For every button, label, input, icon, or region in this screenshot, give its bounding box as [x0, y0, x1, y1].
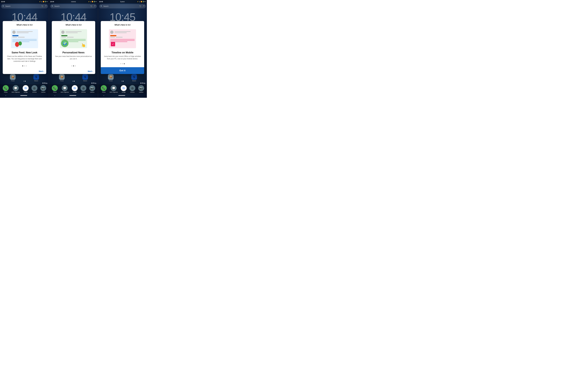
- checkbox-icon: ✓: [111, 42, 115, 46]
- dock-icon-chrome-2: ◎: [80, 85, 86, 91]
- signal-icon-3: 📶: [141, 1, 142, 2]
- next-button-2[interactable]: Next ›: [88, 70, 93, 72]
- search-icon-2: 🔍: [52, 5, 54, 7]
- avatar-3: [110, 30, 114, 34]
- globe-icon: 🌍: [61, 40, 68, 47]
- dock-item-camera-3[interactable]: 📷 Camera: [138, 85, 144, 93]
- mic-icon-2[interactable]: 🎤: [93, 5, 95, 7]
- dock-3: 📞 Phone 💬 SMS Organizer G Google ◎ Chrom…: [98, 84, 147, 94]
- dots-row-1: [22, 65, 27, 66]
- dialog-2: What's New in 5.0: [52, 21, 95, 74]
- dock-item-chrome-3[interactable]: ◎ Chrome: [129, 85, 135, 93]
- dialog-title-3: What's New in 5.0: [115, 24, 131, 26]
- dot-3-2: [122, 63, 123, 64]
- chevron-right-icon-2: ›: [92, 70, 93, 72]
- dock-item-sms-3[interactable]: 💬 SMS Organizer: [110, 85, 118, 93]
- dock-item-phone-3[interactable]: 📞 Phone: [101, 85, 107, 93]
- search-placeholder-2: Search: [54, 5, 60, 7]
- wifi-icon-2: ▲: [90, 1, 91, 2]
- back-btn-3[interactable]: ‹: [103, 94, 104, 97]
- status-bar-2: 10:44 inshorts ⚡ ▲ 📶 🔋4%: [49, 0, 98, 3]
- bottom-area-1: Bing 📞 Phone 💬 SMS Organizer G Google ◎ …: [0, 80, 49, 98]
- accent-bar-1: [12, 35, 18, 36]
- camera-search-icon-3[interactable]: 📷: [139, 5, 141, 7]
- dock-item-chrome-1[interactable]: ◎ Chrome: [31, 85, 37, 93]
- illustration-2: 🌍 👆: [55, 28, 92, 50]
- bing-bar-2: Bing: [49, 82, 98, 84]
- status-time-1: 10:44: [1, 1, 5, 2]
- dock-item-chrome-2[interactable]: ◎ Chrome: [80, 85, 86, 93]
- search-placeholder-1: Search: [5, 5, 10, 7]
- dock-item-phone-2[interactable]: 📞 Phone: [52, 85, 58, 93]
- bottom-area-2: Bing 📞 Phone 💬 SMS Organizer G Google ◎ …: [49, 80, 98, 98]
- dots-row-3: [120, 63, 125, 64]
- accent-bar-3: [110, 35, 116, 36]
- dialog-title-2: What's New in 5.0: [65, 24, 81, 26]
- dock-icon-camera-3: 📷: [138, 85, 144, 91]
- dock-icon-sms-1: 💬: [13, 85, 19, 91]
- dialog-body-3: Jump back into your recent Office or Edg…: [103, 55, 141, 62]
- search-bar-1[interactable]: 🔍 Search 📷 🎤: [1, 4, 48, 8]
- dock-icon-phone-3: 📞: [101, 85, 107, 91]
- dock-icon-phone-2: 📞: [52, 85, 58, 91]
- balloon-green: [18, 41, 22, 45]
- dock-item-sms-2[interactable]: 💬 SMS Organizer: [61, 85, 69, 93]
- bing-bar-3: Bing: [98, 82, 147, 84]
- home-btn-2[interactable]: [69, 95, 76, 96]
- bluetooth-icon-2: ⚡: [88, 1, 90, 2]
- dock-2: 📞 Phone 💬 SMS Organizer G Google ◎ Chrom…: [49, 84, 98, 94]
- phone-panel-1: 10:44 ⚡ ▲ 📶 🔋4% 🔍 Search 📷 🎤 10:44 🎵 Mus…: [0, 0, 49, 98]
- status-time-2: 10:44: [50, 1, 54, 2]
- dialog-body-2: See your news feed become more personali…: [55, 55, 92, 64]
- dialog-body-1: Check out the addition of the News and T…: [5, 55, 44, 64]
- camera-search-icon[interactable]: 📷: [41, 5, 43, 7]
- dot-1-2: [24, 65, 25, 66]
- dock-icon-chrome-3: ◎: [129, 85, 135, 91]
- dock-item-phone-1[interactable]: 📞 Phone: [3, 85, 9, 93]
- card-mockup-1: [11, 29, 38, 48]
- dock-item-google-2[interactable]: G Google: [72, 85, 78, 93]
- got-it-button[interactable]: Got it: [101, 67, 144, 74]
- dialog-content-3: What's New in 5.0: [101, 21, 144, 67]
- status-icons-2: ⚡ ▲ 📶 🔋4%: [88, 1, 97, 2]
- next-button-1[interactable]: Next ›: [39, 70, 44, 72]
- dialog-3: What's New in 5.0: [101, 21, 144, 74]
- dot-2-3: [75, 65, 76, 66]
- wifi-icon-3: ▲: [139, 1, 140, 2]
- search-bar-3[interactable]: 🔍 Search 📷 🎤: [99, 4, 146, 8]
- search-placeholder-3: Search: [103, 5, 109, 7]
- search-bar-2[interactable]: 🔍 Search 📷 🎤: [50, 4, 97, 8]
- battery-icon-3: 🔋4%: [142, 1, 146, 2]
- illustration-1: [5, 28, 44, 50]
- dock-icon-phone-1: 📞: [3, 85, 9, 91]
- mic-icon[interactable]: 🎤: [45, 5, 47, 7]
- illustration-3: ✓: [103, 28, 141, 50]
- card-mockup-3: ✓: [109, 29, 136, 48]
- home-btn-1[interactable]: [20, 95, 27, 96]
- back-btn-1[interactable]: ‹: [5, 94, 6, 97]
- battery-icon: 🔋4%: [45, 1, 48, 2]
- chevron-right-icon-1: ›: [43, 70, 44, 72]
- dialog-heading-1: Same Feed. New Look: [11, 51, 37, 54]
- back-btn-2[interactable]: ‹: [55, 94, 55, 97]
- mic-icon-3[interactable]: 🎤: [142, 5, 144, 7]
- dock-item-sms-1[interactable]: 💬 SMS Organizer: [11, 85, 20, 93]
- bing-bar-1: Bing: [0, 82, 49, 84]
- dot-2-1: [71, 65, 72, 66]
- avatar-2: [61, 30, 65, 34]
- bluetooth-icon-3: ⚡: [137, 1, 138, 2]
- dock-1: 📞 Phone 💬 SMS Organizer G Google ◎ Chrom…: [0, 84, 49, 94]
- dock-item-camera-2[interactable]: 📷 Camera: [89, 85, 95, 93]
- camera-search-icon-2[interactable]: 📷: [90, 5, 92, 7]
- nav-bar-1: ‹: [0, 94, 49, 98]
- dock-icon-google-2: G: [72, 85, 78, 91]
- status-time-3: 10:45: [99, 1, 103, 2]
- signal-icon-2: 📶: [92, 1, 93, 2]
- dock-item-google-3[interactable]: G Google: [121, 85, 127, 93]
- dock-icon-google-1: G: [23, 85, 29, 91]
- dot-2-2: [73, 65, 74, 66]
- search-action-icons-3: 📷 🎤: [139, 5, 144, 7]
- home-btn-3[interactable]: [118, 95, 125, 96]
- dock-item-google-1[interactable]: G Google: [23, 85, 29, 93]
- dock-item-camera-1[interactable]: 📷 Camera: [40, 85, 46, 93]
